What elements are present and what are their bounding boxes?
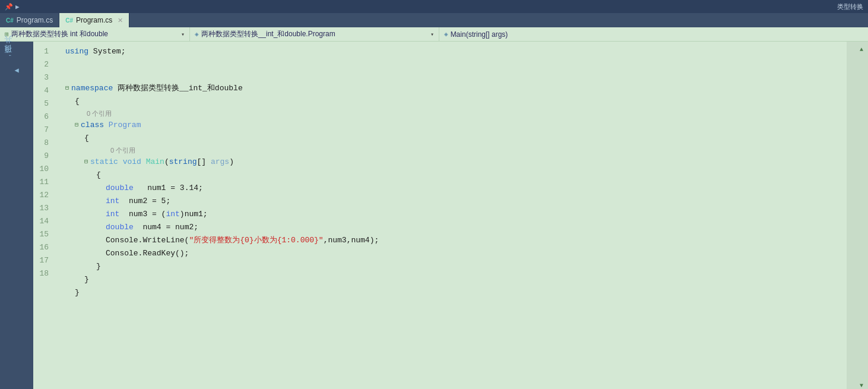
token-system: System;	[93, 45, 126, 58]
breadcrumb-icon-3: ◈	[444, 30, 448, 38]
code-line-5: ⊟ class Program	[63, 119, 847, 132]
tab-icon-1: C#	[6, 17, 14, 24]
tab-label-2: Program.cs	[76, 16, 112, 24]
code-line-6: {	[63, 132, 847, 145]
code-line-13: Console.WriteLine("所变得整数为{0}小数为{1:0.000}…	[63, 234, 847, 247]
code-line-2	[63, 58, 847, 71]
line-num-17: 17	[33, 254, 56, 267]
token-brace-close-ns: }	[75, 286, 80, 299]
line-num-8: 8	[33, 137, 56, 150]
breadcrumb-dropdown-2[interactable]: ▾	[430, 31, 434, 38]
code-line-18	[63, 299, 847, 312]
line-num-5: 5	[33, 97, 56, 110]
token-brace-close-class: }	[84, 273, 89, 286]
title-bar-left: 📌 ▶	[5, 3, 20, 11]
token-paren-close: )	[229, 156, 234, 169]
token-classname: Program	[109, 119, 141, 132]
tab-label-1: Program.cs	[17, 16, 53, 24]
token-int-2: int	[106, 208, 119, 221]
code-line-1: using System;	[63, 45, 847, 58]
project-icon[interactable]: 项目, 共	[0, 46, 33, 61]
line-num-13: 13	[33, 202, 56, 215]
sidebar-expand-arrow[interactable]: ◀	[14, 66, 18, 75]
code-line-4: {	[63, 95, 847, 108]
code-line-15: }	[63, 260, 847, 273]
breadcrumb-text-1: 两种数据类型转换 int 和double	[11, 29, 108, 39]
fold-icon-3[interactable]: ⊟	[65, 82, 69, 95]
title-bar-right: 类型转换	[837, 2, 863, 11]
line-num-18: 18	[33, 267, 56, 280]
code-line-17: }	[63, 286, 847, 299]
token-main: Main	[146, 156, 164, 169]
breadcrumb-icon-2: ◈	[195, 30, 199, 38]
code-line-9: double num1 = 3.14;	[63, 182, 847, 195]
token-class: class	[81, 119, 104, 132]
main-area: 项目, 共 ◀ 1 2 3 4 5 6 7 8 9 10 11	[0, 42, 868, 389]
tab-icon-2: C#	[65, 17, 73, 24]
token-paren-open: (	[164, 156, 169, 169]
line-num-4: 4	[33, 84, 56, 97]
right-sidebar-arrow-down[interactable]: ▼	[860, 382, 863, 389]
line-num-2: 2	[33, 58, 56, 71]
tab-bar: C# Program.cs C# Program.cs ✕	[0, 13, 868, 27]
line-num-9: 9	[33, 150, 56, 163]
code-lines: using System; ⊟ namespace 两种数据类型转换__int_…	[63, 43, 847, 389]
token-num3-rest: )num1;	[180, 208, 208, 221]
tab-program-1[interactable]: C# Program.cs	[0, 13, 59, 27]
code-container: 1 2 3 4 5 6 7 8 9 10 11 12 13 14 15 16 1	[33, 42, 855, 389]
breadcrumb-text-2: 两种数据类型转换__int_和double.Program	[201, 29, 335, 39]
tab-close-button[interactable]: ✕	[118, 17, 123, 24]
token-readkey: Console.ReadKey();	[106, 247, 189, 260]
line-num-1: 1	[33, 45, 56, 58]
vertical-scrollbar[interactable]	[847, 42, 855, 389]
token-int-cast: int	[166, 208, 179, 221]
line-num-15: 15	[33, 228, 56, 241]
token-bracket: []	[197, 156, 207, 169]
ref-hint-class: 0 个引用	[63, 108, 847, 119]
right-sidebar-arrow-up[interactable]: ▲	[860, 46, 863, 53]
breadcrumb-text-3: Main(string[] args)	[451, 30, 508, 39]
title-bar-icon: ▶	[15, 3, 20, 11]
fold-icon-7[interactable]: ⊟	[84, 156, 88, 169]
tab-program-2[interactable]: C# Program.cs ✕	[59, 13, 129, 27]
token-static: static	[90, 156, 118, 169]
title-bar-text: 类型转换	[837, 3, 863, 10]
token-brace-open-ns: {	[75, 95, 80, 108]
token-void: void	[123, 156, 141, 169]
right-panel: ▲ ▼	[855, 42, 868, 389]
token-string-literal: "所变得整数为{0}小数为{1:0.000}"	[189, 234, 323, 247]
line-num-11: 11	[33, 176, 56, 189]
line-num-6: 6	[33, 110, 56, 124]
code-line-14: Console.ReadKey();	[63, 247, 847, 260]
token-string: string	[169, 156, 197, 169]
left-sidebar-panel: 项目, 共 ◀	[0, 42, 33, 389]
editor-area: 1 2 3 4 5 6 7 8 9 10 11 12 13 14 15 16 1	[33, 42, 855, 389]
fold-icon-5[interactable]: ⊟	[75, 119, 78, 132]
code-line-3: ⊟ namespace 两种数据类型转换__int_和double	[63, 82, 847, 95]
breadcrumb-section-2[interactable]: ◈ 两种数据类型转换__int_和double.Program ▾	[190, 27, 439, 41]
line-num-7: 7	[33, 124, 56, 137]
ref-hint-method: 0 个引用	[63, 145, 847, 156]
token-args: args	[211, 156, 229, 169]
line-3-ref-spacer	[63, 71, 847, 82]
breadcrumb-section-3[interactable]: ◈ Main(string[] args)	[439, 27, 868, 41]
line-num-10: 10	[33, 163, 56, 176]
token-console-write: Console.WriteLine(	[106, 234, 189, 247]
token-num4: num4 = num2;	[142, 221, 198, 234]
token-namespace: namespace	[71, 82, 113, 95]
breadcrumb-dropdown-1[interactable]: ▾	[181, 31, 185, 38]
code-line-8: {	[63, 169, 847, 182]
token-brace-close-method: }	[96, 260, 101, 273]
line-num-12: 12	[33, 189, 56, 202]
window-pin-icon[interactable]: 📌	[5, 3, 13, 11]
token-args-list: ,num3,num4);	[324, 234, 379, 247]
token-ns-name: 两种数据类型转换__int_和double	[118, 82, 243, 95]
token-int-1: int	[106, 195, 119, 208]
token-num2: num2 = 5;	[129, 195, 170, 208]
breadcrumb-section-1[interactable]: ⊞ 两种数据类型转换 int 和double ▾	[0, 27, 190, 41]
breadcrumb-icon-1: ⊞	[5, 30, 9, 38]
code-line-10: int num2 = 5;	[63, 195, 847, 208]
line-num-16: 16	[33, 241, 56, 254]
code-editor: 1 2 3 4 5 6 7 8 9 10 11 12 13 14 15 16 1	[33, 42, 847, 389]
line-num-3: 3	[33, 71, 56, 84]
